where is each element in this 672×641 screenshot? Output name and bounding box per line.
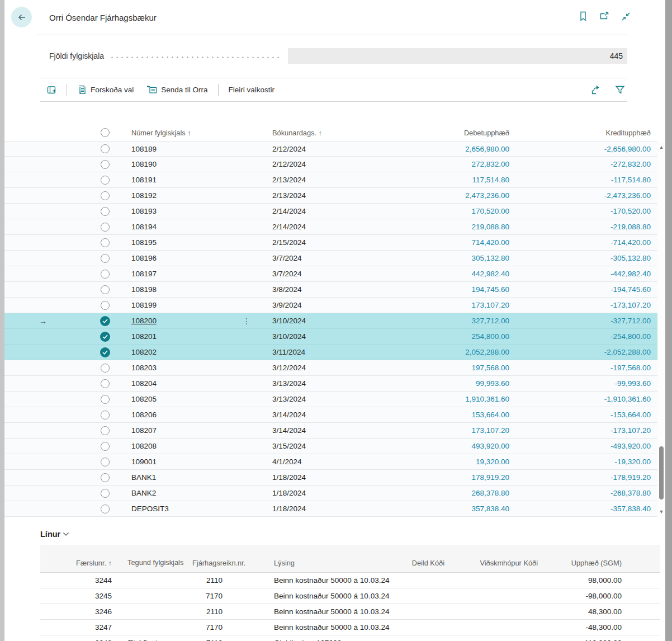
table-row[interactable]: → BANK1 ⋮ 1/18/2024 178,919.20 -178,919.… [4,470,657,486]
posting-date-cell[interactable]: 3/10/2024 [252,332,380,341]
document-number-link[interactable]: 108194 [131,223,157,231]
posting-date-cell[interactable]: 3/15/2024 [252,442,380,450]
document-number-link[interactable]: 108198 [131,285,157,294]
table-row[interactable]: → 108194 ⋮ 2/14/2024 219,088.80 -219,088… [4,219,657,235]
share-icon[interactable] [591,85,602,95]
column-header-document-number[interactable]: Númer fylgiskjals ↑ [117,129,252,137]
posting-date-cell[interactable]: 3/10/2024 [252,317,380,325]
row-checkbox[interactable] [92,489,117,498]
row-checkbox[interactable] [92,285,117,294]
debit-amount-link[interactable]: 254,800.00 [471,332,509,341]
entry-no-cell[interactable]: 3247 [40,623,112,631]
debit-amount-link[interactable]: 197,568.00 [471,364,509,372]
table-row[interactable]: → BANK2 ⋮ 1/18/2024 268,378.80 -268,378.… [4,486,657,501]
row-checkbox[interactable] [92,207,117,216]
document-number-link[interactable]: DEPOSIT3 [131,505,169,513]
table-row[interactable]: → 108197 ⋮ 3/7/2024 442,982.40 -442,982.… [4,266,657,282]
gl-account-cell[interactable]: 7110 [192,639,230,641]
amount-cell[interactable]: 48,300.00 [538,607,622,616]
row-checkbox[interactable] [92,364,117,373]
filter-icon[interactable] [615,85,625,95]
posting-date-cell[interactable]: 2/14/2024 [252,207,380,215]
debit-amount-link[interactable]: 1,910,361.60 [465,395,509,403]
posting-date-cell[interactable]: 3/13/2024 [252,379,380,388]
debit-amount-link[interactable]: 357,838.40 [471,505,509,513]
credit-amount-link[interactable]: -357,838.40 [611,505,651,513]
posting-date-cell[interactable]: 2/14/2024 [252,223,380,231]
document-number-link[interactable]: 108200 [131,317,157,325]
table-row[interactable]: → 108202 ⋮ 3/11/2024 2,052,288.00 -2,052… [4,345,657,360]
table-row[interactable]: → 108195 ⋮ 2/15/2024 714,420.00 -714,420… [4,235,657,251]
debit-amount-link[interactable]: 173,107.20 [471,301,509,309]
line-row[interactable]: 3247 7170 Beinn kostnaður 50000 á 10.03.… [40,620,660,635]
debit-amount-link[interactable]: 170,520.00 [471,207,509,215]
document-number-link[interactable]: 108191 [131,176,157,184]
column-header-department-code[interactable]: Deild Kóði [398,559,444,572]
column-header-debit[interactable]: Debetupphæð [380,129,514,137]
table-row[interactable]: → 108190 ⋮ 2/12/2024 272,832.00 -272,832… [4,157,657,172]
posting-date-cell[interactable]: 1/18/2024 [252,489,380,497]
table-row[interactable]: → 108192 ⋮ 2/13/2024 2,473,236.00 -2,473… [4,188,657,204]
document-number-link[interactable]: BANK2 [131,489,156,497]
table-row[interactable]: → 108203 ⋮ 3/12/2024 197,568.00 -197,568… [4,360,657,376]
table-row[interactable]: → 108196 ⋮ 3/7/2024 305,132.80 -305,132.… [4,251,657,266]
line-row[interactable]: 3245 7170 Beinn kostnaður 50000 á 10.03.… [40,588,660,604]
column-header-document-type[interactable]: Tegund fylgiskjals [112,558,192,572]
gl-account-cell[interactable]: 7170 [192,623,230,631]
posting-date-cell[interactable]: 3/7/2024 [252,270,380,278]
debit-amount-link[interactable]: 2,052,288.00 [465,348,509,356]
row-checkbox[interactable] [92,270,117,279]
description-cell[interactable]: Beinn kostnaður 50000 á 10.03.24 [230,607,398,616]
credit-amount-link[interactable]: -2,473,236.00 [604,191,651,200]
debit-amount-link[interactable]: 272,832.00 [471,160,509,168]
column-header-posting-date[interactable]: Bókunardags. ↑ [252,129,380,137]
credit-amount-link[interactable]: -173,107.20 [611,301,651,309]
document-count-value[interactable]: 445 [288,48,627,64]
popout-icon[interactable] [599,12,609,21]
posting-date-cell[interactable]: 2/13/2024 [252,176,380,184]
posting-date-cell[interactable]: 4/1/2024 [252,458,380,466]
row-checkbox[interactable] [92,426,117,435]
document-number-link[interactable]: 108202 [131,348,157,356]
document-number-link[interactable]: 108192 [131,191,157,200]
row-checkbox[interactable] [92,191,117,200]
debit-amount-link[interactable]: 99,993.60 [476,379,509,388]
credit-amount-link[interactable]: -327,712.00 [611,317,651,325]
credit-amount-link[interactable]: -442,982.40 [611,270,651,278]
credit-amount-link[interactable]: -197,568.00 [611,364,651,372]
row-checkbox[interactable] [92,332,117,342]
debit-amount-link[interactable]: 442,982.40 [471,270,509,278]
back-button[interactable] [11,7,32,27]
document-number-link[interactable]: 108190 [131,160,157,168]
posting-date-cell[interactable]: 3/12/2024 [252,364,380,372]
row-checkbox[interactable] [92,144,117,153]
row-checkbox[interactable] [92,301,117,310]
posting-date-cell[interactable]: 3/13/2024 [252,395,380,403]
lines-header[interactable]: Línur [40,527,660,541]
amount-cell[interactable]: 98,000.00 [538,576,622,585]
document-type-cell[interactable]: Gjaldkeri [112,638,192,641]
posting-date-cell[interactable]: 3/9/2024 [252,301,380,309]
amount-cell[interactable]: -98,000.00 [538,592,622,600]
more-options-button[interactable]: Fleiri valkostir [222,78,282,101]
debit-amount-link[interactable]: 2,473,236.00 [465,191,509,200]
credit-amount-link[interactable]: -153,664.00 [611,411,651,419]
table-row[interactable]: → 108208 ⋮ 3/15/2024 493,920.00 -493,920… [4,439,657,454]
line-row[interactable]: 3248 Gjaldkeri 7110 Gjaldkeri nr. 107000… [40,635,660,641]
collapse-icon[interactable] [621,12,631,21]
credit-amount-link[interactable]: -170,520.00 [611,207,651,215]
document-number-link[interactable]: 108196 [131,254,157,262]
row-checkbox[interactable] [92,395,117,404]
document-number-link[interactable]: 108195 [131,238,157,247]
table-row[interactable]: → 108200 ⋮ 3/10/2024 327,712.00 -327,712… [4,313,657,329]
credit-amount-link[interactable]: -173,107.20 [611,426,651,435]
board-view-button[interactable] [40,78,63,101]
column-header-entry-no[interactable]: Færslunr. ↑ [40,559,112,572]
credit-amount-link[interactable]: -1,910,361.60 [604,395,651,403]
document-number-link[interactable]: 109001 [131,458,157,466]
debit-amount-link[interactable]: 493,920.00 [471,442,509,450]
row-menu-icon[interactable]: ⋮ [243,317,250,325]
table-row[interactable]: → 108201 ⋮ 3/10/2024 254,800.00 -254,800… [4,329,657,345]
description-cell[interactable]: Beinn kostnaður 50000 á 10.03.24 [230,576,398,585]
debit-amount-link[interactable]: 327,712.00 [471,317,509,325]
